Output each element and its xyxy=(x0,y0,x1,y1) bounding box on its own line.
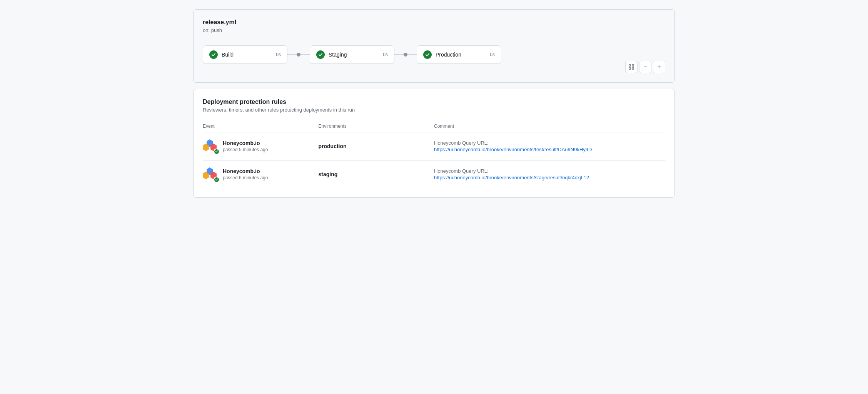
workflow-title: release.yml xyxy=(203,19,665,26)
staging-status-icon xyxy=(316,50,325,59)
deployment-title: Deployment protection rules xyxy=(203,98,665,105)
header-event: Event xyxy=(203,124,319,129)
stage-production[interactable]: Production 0s xyxy=(417,45,501,64)
deployment-protection-panel: Deployment protection rules Reviewers, t… xyxy=(193,89,675,198)
event-name-production: Honeycomb.io xyxy=(223,140,268,146)
environment-production: production xyxy=(319,143,434,149)
passed-badge-staging xyxy=(214,177,220,183)
event-info-production: Honeycomb.io passed 5 minutes ago xyxy=(223,140,268,152)
table-row: Honeycomb.io passed 5 minutes ago produc… xyxy=(203,132,665,160)
zoom-controls: − + xyxy=(625,61,665,73)
deployment-subtitle: Reviewers, timers, and other rules prote… xyxy=(203,107,665,113)
zoom-out-button[interactable]: − xyxy=(639,61,651,73)
connector-line-1 xyxy=(287,54,297,55)
comment-link-staging[interactable]: https://ui.honeycomb.io/brooke/environme… xyxy=(434,175,665,180)
honeycomb-icon-production xyxy=(203,139,218,154)
connector-dot-1 xyxy=(297,53,300,57)
event-name-staging: Honeycomb.io xyxy=(223,168,268,174)
event-cell-staging: Honeycomb.io passed 6 minutes ago xyxy=(203,167,319,182)
table-header: Event Environments Comment xyxy=(203,120,665,132)
build-status-icon xyxy=(209,50,218,59)
event-info-staging: Honeycomb.io passed 6 minutes ago xyxy=(223,168,268,180)
header-comment: Comment xyxy=(434,124,665,129)
svg-rect-0 xyxy=(629,65,631,66)
honeycomb-icon-staging xyxy=(203,167,218,182)
comment-label-staging: Honeycomb Query URL: xyxy=(434,168,665,174)
pipeline-container: Build 0s Staging 0s xyxy=(203,45,665,64)
workflow-subtitle: on: push xyxy=(203,27,665,33)
svg-rect-1 xyxy=(632,65,634,66)
connector-1 xyxy=(287,53,310,57)
connector-2 xyxy=(394,53,417,57)
production-status-icon xyxy=(423,50,432,59)
fit-button[interactable] xyxy=(625,61,638,73)
production-time: 0s xyxy=(490,52,495,57)
table-row: Honeycomb.io passed 6 minutes ago stagin… xyxy=(203,160,665,188)
connector-line-2b xyxy=(407,54,417,55)
comment-link-production[interactable]: https://ui.honeycomb.io/brooke/environme… xyxy=(434,147,665,152)
environment-staging: staging xyxy=(319,171,434,177)
build-label: Build xyxy=(222,52,272,58)
passed-badge-production xyxy=(214,149,220,155)
build-time: 0s xyxy=(276,52,281,57)
header-environments: Environments xyxy=(319,124,434,129)
connector-line-2 xyxy=(394,54,404,55)
staging-time: 0s xyxy=(383,52,388,57)
comment-label-production: Honeycomb Query URL: xyxy=(434,140,665,146)
event-cell-production: Honeycomb.io passed 5 minutes ago xyxy=(203,139,319,154)
stage-staging[interactable]: Staging 0s xyxy=(310,45,394,64)
connector-dot-2 xyxy=(404,53,407,57)
svg-rect-2 xyxy=(629,68,631,69)
staging-label: Staging xyxy=(329,52,379,58)
production-label: Production xyxy=(436,52,486,58)
connector-line-1b xyxy=(300,54,310,55)
comment-staging: Honeycomb Query URL: https://ui.honeycom… xyxy=(434,168,665,180)
workflow-panel: release.yml on: push Build 0s xyxy=(193,9,675,83)
stage-build[interactable]: Build 0s xyxy=(203,45,287,64)
svg-rect-3 xyxy=(632,68,634,69)
comment-production: Honeycomb Query URL: https://ui.honeycom… xyxy=(434,140,665,152)
zoom-in-button[interactable]: + xyxy=(653,61,665,73)
event-time-production: passed 5 minutes ago xyxy=(223,147,268,152)
event-time-staging: passed 6 minutes ago xyxy=(223,175,268,180)
